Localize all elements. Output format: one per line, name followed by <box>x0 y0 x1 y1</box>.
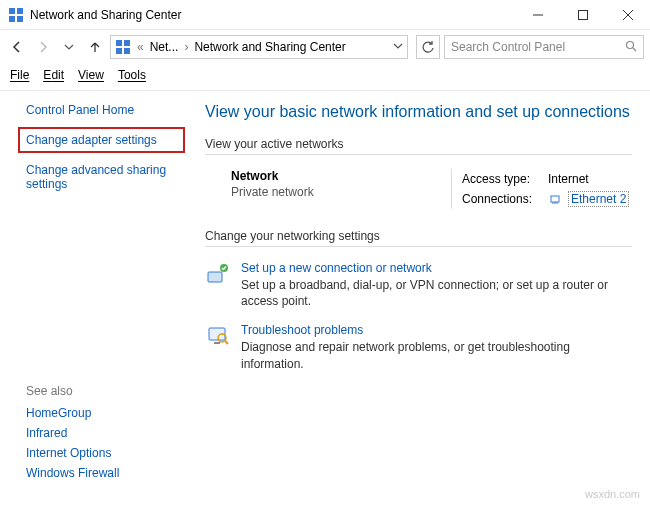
maximize-button[interactable] <box>560 0 605 30</box>
see-also-header: See also <box>26 384 196 398</box>
recent-dropdown[interactable] <box>58 36 80 58</box>
window-title: Network and Sharing Center <box>30 8 515 22</box>
troubleshoot-icon <box>205 323 231 349</box>
menu-tools[interactable]: Tools <box>118 68 146 82</box>
vertical-divider <box>451 169 452 209</box>
divider <box>205 246 632 247</box>
menu-file[interactable]: File <box>10 68 29 82</box>
svg-line-23 <box>225 341 228 344</box>
connections-label: Connections: <box>462 192 542 206</box>
watermark: wsxdn.com <box>585 488 640 500</box>
minimize-button[interactable] <box>515 0 560 30</box>
setup-connection-desc: Set up a broadband, dial-up, or VPN conn… <box>241 277 632 309</box>
back-button[interactable] <box>6 36 28 58</box>
access-type-value: Internet <box>548 172 589 186</box>
breadcrumb-seg1[interactable]: Net... <box>150 40 179 54</box>
svg-line-13 <box>633 48 636 51</box>
connection-link[interactable]: Ethernet 2 <box>568 191 629 207</box>
search-icon <box>625 40 637 55</box>
setup-connection-link[interactable]: Set up a new connection or network <box>241 261 632 275</box>
search-input[interactable]: Search Control Panel <box>444 35 644 59</box>
svg-rect-2 <box>9 16 15 22</box>
svg-rect-14 <box>551 196 559 202</box>
seealso-internet-options[interactable]: Internet Options <box>26 446 196 460</box>
svg-rect-1 <box>17 8 23 14</box>
network-type: Private network <box>231 185 441 199</box>
up-button[interactable] <box>84 36 106 58</box>
seealso-homegroup[interactable]: HomeGroup <box>26 406 196 420</box>
breadcrumb-seg2[interactable]: Network and Sharing Center <box>194 40 345 54</box>
svg-rect-18 <box>208 272 222 282</box>
svg-rect-11 <box>124 48 130 54</box>
svg-rect-5 <box>578 10 587 19</box>
troubleshoot-link[interactable]: Troubleshoot problems <box>241 323 632 337</box>
forward-button[interactable] <box>32 36 54 58</box>
seealso-windows-firewall[interactable]: Windows Firewall <box>26 466 196 480</box>
sidebar-change-advanced-sharing[interactable]: Change advanced sharing settings <box>26 163 185 191</box>
main-panel: View your basic network information and … <box>195 91 650 382</box>
divider <box>205 154 632 155</box>
active-networks-header: View your active networks <box>205 137 632 151</box>
toolbar: « Net... › Network and Sharing Center Se… <box>0 30 650 64</box>
network-name: Network <box>231 169 441 183</box>
networking-settings-header: Change your networking settings <box>205 229 632 243</box>
menu-edit[interactable]: Edit <box>43 68 64 82</box>
ethernet-icon <box>548 192 562 206</box>
setup-connection-icon <box>205 261 231 287</box>
sidebar: Control Panel Home Change adapter settin… <box>0 91 195 382</box>
svg-rect-8 <box>116 40 122 46</box>
troubleshoot-desc: Diagnose and repair network problems, or… <box>241 339 632 371</box>
close-button[interactable] <box>605 0 650 30</box>
see-also: See also HomeGroup Infrared Internet Opt… <box>26 384 196 486</box>
svg-point-12 <box>627 41 634 48</box>
svg-rect-0 <box>9 8 15 14</box>
title-bar: Network and Sharing Center <box>0 0 650 30</box>
menu-bar: File Edit View Tools <box>0 64 650 91</box>
breadcrumb-sep: « <box>137 40 144 54</box>
svg-rect-3 <box>17 16 23 22</box>
sidebar-control-panel-home[interactable]: Control Panel Home <box>26 103 185 117</box>
access-type-label: Access type: <box>462 172 542 186</box>
sidebar-change-adapter-settings[interactable]: Change adapter settings <box>18 127 185 153</box>
address-bar[interactable]: « Net... › Network and Sharing Center <box>110 35 408 59</box>
address-dropdown[interactable] <box>393 40 403 54</box>
svg-rect-10 <box>116 48 122 54</box>
svg-rect-9 <box>124 40 130 46</box>
page-title: View your basic network information and … <box>205 103 632 121</box>
chevron-right-icon: › <box>184 40 188 54</box>
search-placeholder: Search Control Panel <box>451 40 625 54</box>
app-icon <box>8 7 24 23</box>
seealso-infrared[interactable]: Infrared <box>26 426 196 440</box>
menu-view[interactable]: View <box>78 68 104 82</box>
svg-rect-21 <box>214 342 220 344</box>
location-icon <box>115 39 131 55</box>
refresh-button[interactable] <box>416 35 440 59</box>
